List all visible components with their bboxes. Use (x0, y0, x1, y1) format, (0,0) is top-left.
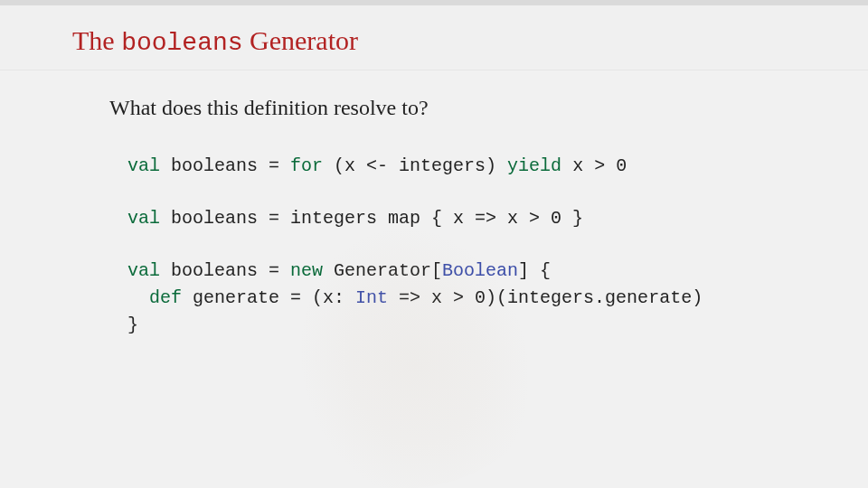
code-block-3: val booleans = new Generator[Boolean] { … (127, 258, 868, 339)
title-mono: booleans (121, 29, 242, 57)
code-text: (x <- integers) (323, 155, 507, 176)
code-text: Generator[ (323, 260, 442, 281)
code-text: generate = (x: (182, 287, 355, 308)
code-line-2: val booleans = integers map { x => x > 0… (127, 205, 868, 232)
type-int: Int (355, 287, 388, 308)
keyword-yield: yield (507, 155, 561, 176)
top-bar (0, 0, 868, 5)
title-pre: The (72, 25, 121, 55)
code-text: } (127, 314, 138, 335)
slide-title: The booleans Generator (72, 25, 868, 57)
code-text: => x > 0)(integers.generate) (388, 287, 703, 308)
code-text: booleans = (160, 260, 290, 281)
code-indent (127, 287, 149, 308)
code-text: x > 0 (561, 155, 627, 176)
keyword-for: for (290, 155, 323, 176)
question-text: What does this definition resolve to? (109, 96, 868, 120)
code-text: ] { (518, 260, 551, 281)
slide-header: The booleans Generator (0, 5, 868, 70)
keyword-val: val (127, 208, 160, 229)
type-boolean: Boolean (442, 260, 518, 281)
title-post: Generator (243, 25, 358, 55)
code-text: booleans = integers map { x => x > 0 } (160, 208, 583, 229)
keyword-val: val (127, 155, 160, 176)
keyword-val: val (127, 260, 160, 281)
code-line-1: val booleans = for (x <- integers) yield… (127, 153, 868, 180)
keyword-def: def (149, 287, 182, 308)
code-text: booleans = (160, 155, 290, 176)
slide-content: What does this definition resolve to? va… (0, 70, 868, 339)
keyword-new: new (290, 260, 323, 281)
